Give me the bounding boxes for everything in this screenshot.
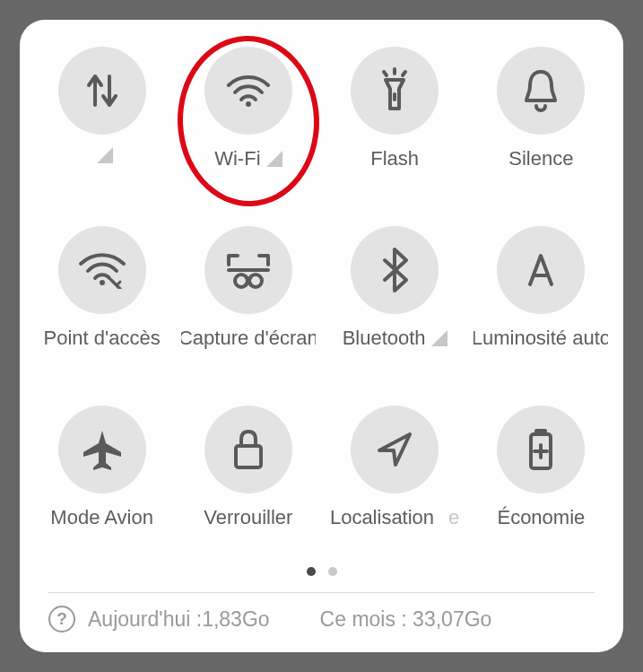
bell-icon [521, 68, 560, 113]
tile-circle [58, 47, 146, 135]
tile-label-extra: e [448, 506, 459, 529]
tile-label: Wi-Fi [214, 147, 260, 170]
tile-label: Économie [497, 506, 585, 529]
tile-circle [58, 226, 146, 314]
tile-circle [58, 406, 146, 493]
tile-label-row: Mode Avion [50, 506, 153, 529]
data-usage-footer[interactable]: ? Aujourd'hui :1,83Go Ce mois : 33,07Go [20, 606, 623, 633]
hotspot-icon [77, 251, 127, 289]
tile-label-row [91, 147, 113, 163]
tile-auto-brightness[interactable]: Luminosité auto [468, 226, 614, 362]
svg-rect-5 [236, 446, 261, 467]
help-icon: ? [48, 606, 75, 633]
tile-circle [497, 406, 585, 493]
tile-bluetooth[interactable]: Bluetooth [322, 226, 468, 362]
tile-label-row: Capture d'écran [181, 327, 316, 350]
wifi-icon [225, 73, 272, 109]
letter-a-icon [521, 250, 560, 290]
tile-battery-saver[interactable]: Économie [468, 406, 614, 542]
tile-label: Mode Avion [50, 506, 153, 529]
page-dot-active [307, 567, 316, 576]
tile-label-row: Wi-Fi [214, 147, 282, 170]
tile-label: Luminosité auto [474, 327, 608, 350]
data-today-label: Aujourd'hui :1,83Go [88, 607, 270, 632]
tile-silence[interactable]: Silence [468, 47, 614, 183]
signal-indicator-icon [266, 151, 282, 167]
tile-circle [497, 226, 585, 314]
tile-hotspot[interactable]: Point d'accès [29, 226, 175, 362]
tile-circle [351, 226, 439, 314]
bluetooth-icon [379, 248, 410, 292]
tile-circle [204, 226, 292, 314]
navigation-icon [374, 429, 415, 470]
data-arrows-icon [83, 69, 122, 112]
tile-circle [204, 47, 292, 135]
data-month-label: Ce mois : 33,07Go [320, 607, 492, 632]
tiles-grid: Wi-Fi Flash [20, 47, 623, 542]
airplane-icon [80, 427, 125, 472]
tile-label-row: Verrouiller [204, 506, 292, 529]
tile-label-row: Bluetooth [343, 327, 447, 350]
page-indicator [20, 567, 623, 576]
tile-label: Bluetooth [343, 327, 426, 350]
tile-label-row: Point d'accès [44, 327, 161, 350]
tile-flash[interactable]: Flash [322, 47, 468, 183]
tile-lock[interactable]: Verrouiller [175, 406, 321, 542]
tile-label: Verrouiller [204, 506, 292, 529]
quick-settings-panel: Wi-Fi Flash [20, 20, 623, 652]
tile-label: Point d'accès [44, 327, 161, 350]
tile-location[interactable]: Localisation e [322, 406, 468, 542]
flashlight-icon [375, 67, 414, 114]
page-dot [328, 567, 337, 576]
tile-wifi[interactable]: Wi-Fi [175, 47, 321, 183]
tile-circle [204, 406, 292, 493]
tile-airplane-mode[interactable]: Mode Avion [29, 406, 175, 542]
signal-indicator-icon [431, 330, 447, 346]
tile-label-row: Économie [497, 506, 585, 529]
tile-label: Flash [370, 147, 419, 170]
tile-circle [351, 406, 439, 493]
screenshot-icon [225, 250, 272, 290]
tile-label: Localisation [330, 506, 434, 529]
tile-circle [497, 47, 585, 135]
divider [48, 592, 595, 593]
battery-icon [526, 427, 556, 472]
signal-indicator-icon [97, 147, 113, 163]
tile-circle [351, 47, 439, 135]
lock-icon [230, 428, 266, 471]
tile-mobile-data[interactable] [29, 47, 175, 183]
tile-label-row: Localisation e [330, 506, 459, 529]
svg-point-2 [100, 280, 105, 285]
tile-label-row: Luminosité auto [474, 327, 608, 350]
svg-point-0 [246, 101, 251, 107]
tile-label: Capture d'écran [181, 327, 316, 350]
tile-label: Silence [508, 147, 573, 170]
tile-label-row: Flash [370, 147, 419, 170]
tile-screenshot[interactable]: Capture d'écran [175, 226, 321, 362]
tile-label-row: Silence [508, 147, 573, 170]
